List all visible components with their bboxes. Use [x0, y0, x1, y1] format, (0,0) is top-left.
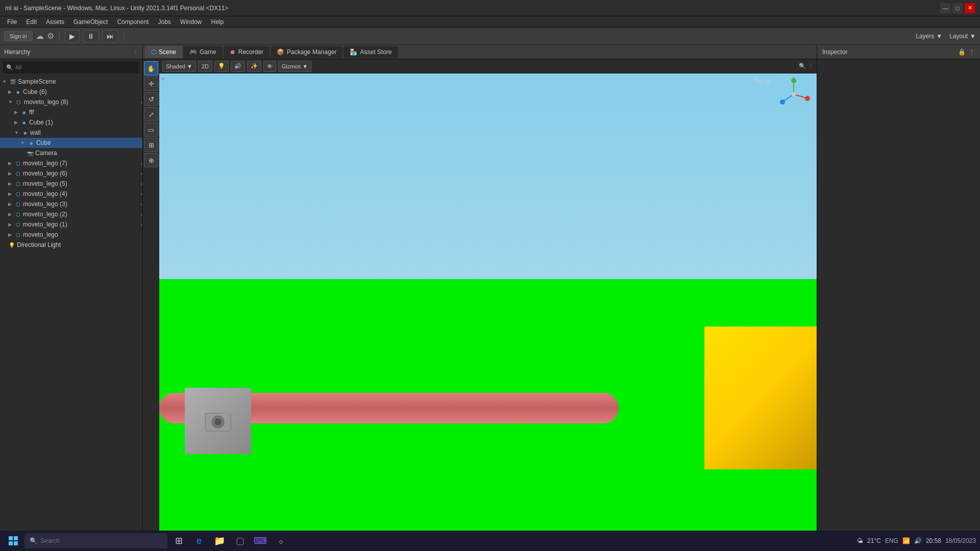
item-arrow-right[interactable]: ›	[141, 202, 142, 207]
layers-dropdown[interactable]: Layers ▼	[916, 33, 942, 40]
hierarchy-item-moveto6[interactable]: ▶ ⬡ moveto_lego (6) ›	[0, 168, 142, 179]
edge-button[interactable]: e	[190, 532, 208, 550]
svg-rect-20	[9, 536, 13, 540]
unity-taskbar-button[interactable]: ▢	[231, 532, 249, 550]
transform-tool-button[interactable]: ⊞	[144, 138, 158, 152]
hierarchy-item-moveto4[interactable]: ▶ ⬡ moveto_lego (4) ›	[0, 189, 142, 199]
expand-arrow: ▶	[14, 110, 18, 115]
hierarchy-item-moveto7[interactable]: ▶ ⬡ moveto_lego (7) ›	[0, 158, 142, 168]
hierarchy-item-moveto1[interactable]: ▶ ⬡ moveto_lego (1) ›	[0, 219, 142, 230]
hierarchy-item-cube-selected[interactable]: ▼ ■ Cube	[0, 138, 142, 148]
hand-tool-button[interactable]: ✋	[144, 61, 158, 76]
menu-help[interactable]: Help	[207, 17, 228, 27]
maximize-button[interactable]: □	[952, 3, 963, 13]
menu-file[interactable]: File	[3, 17, 21, 27]
menu-window[interactable]: Window	[176, 17, 206, 27]
hierarchy-item-directional-light[interactable]: 💡 Directional Light	[0, 240, 142, 250]
menu-component[interactable]: Component	[113, 17, 153, 27]
hier-item-label: fff	[29, 109, 34, 116]
hier-item-label: moveto_lego (6)	[23, 170, 67, 177]
tab-asset-store[interactable]: 🏪 Asset Store	[344, 46, 398, 58]
sign-in-button[interactable]: Sign in	[4, 31, 33, 41]
hierarchy-item-moveto5[interactable]: ▶ ⬡ moveto_lego (5) ›	[0, 179, 142, 189]
inspector-lock-icon[interactable]: 🔒	[958, 48, 966, 56]
hierarchy-item-moveto8[interactable]: ▼ ⬡ moveto_lego (8) ›	[0, 97, 142, 107]
hierarchy-search-input[interactable]	[15, 64, 136, 70]
close-button[interactable]: ✕	[965, 3, 975, 13]
cube-icon: ■	[20, 109, 28, 116]
scene-viewport[interactable]: ✋ ✛ ↺ ⤢ ▭ ⊞ ⊕ Shaded ▼ 2D 💡 🔊 ✨ 👁 Gizmos…	[143, 59, 817, 531]
view-2d-button[interactable]: 2D	[198, 61, 212, 72]
item-arrow-right[interactable]: ›	[141, 171, 142, 177]
draw-mode-button[interactable]: Shaded ▼	[162, 61, 196, 72]
inspector-options-icon[interactable]: ⋮	[969, 48, 975, 56]
hierarchy-options-icon[interactable]: ⋮	[133, 48, 138, 55]
scale-tool-button[interactable]: ⤢	[144, 107, 158, 121]
hierarchy-header: Hierarchy ⋮	[0, 45, 142, 59]
expand-arrow: ▼	[2, 79, 7, 84]
hierarchy-item-fff[interactable]: ▶ ■ fff	[0, 107, 142, 117]
cube-icon: ■	[28, 139, 35, 146]
inspector-title: Inspector	[822, 48, 847, 56]
explorer-button[interactable]: 📁	[210, 532, 229, 550]
tab-scene[interactable]: ⬡ Scene	[145, 46, 182, 58]
scene-options-icon[interactable]: ⋮	[808, 63, 814, 69]
taskbar-search[interactable]: 🔍	[24, 533, 167, 548]
fx-button[interactable]: ✨	[247, 61, 261, 72]
expand-arrow: ▶	[8, 232, 12, 237]
play-button[interactable]: ▶	[65, 30, 80, 42]
svg-point-10	[780, 99, 785, 105]
hierarchy-item-cube1[interactable]: ▶ ■ Cube (1)	[0, 117, 142, 128]
hierarchy-item-moveto2[interactable]: ▶ ⬡ moveto_lego (2) ›	[0, 209, 142, 219]
tab-game[interactable]: 🎮 Game	[183, 46, 223, 58]
hierarchy-item-cube6[interactable]: ▶ ■ Cube (6)	[0, 87, 142, 97]
task-view-button[interactable]: ⊞	[169, 532, 188, 550]
hierarchy-item-moveto3[interactable]: ▶ ⬡ moveto_lego (3) ›	[0, 199, 142, 209]
group-icon: ⬡	[14, 160, 21, 167]
item-arrow-right[interactable]: ›	[141, 222, 142, 228]
menu-assets[interactable]: Assets	[42, 17, 68, 27]
scene-vis-button[interactable]: 👁	[263, 61, 276, 72]
minimize-button[interactable]: —	[940, 3, 950, 13]
expand-arrow: ▶	[8, 171, 12, 176]
rect-tool-button[interactable]: ▭	[144, 122, 158, 137]
vs-button[interactable]: ⌨	[251, 532, 270, 550]
hierarchy-item-camera[interactable]: 📷 Camera	[0, 148, 142, 158]
item-arrow-right[interactable]: ›	[141, 181, 142, 187]
audio-button[interactable]: 🔊	[231, 61, 245, 72]
start-button[interactable]	[4, 532, 22, 550]
tab-package-manager[interactable]: 📦 Package Manager	[271, 46, 342, 58]
rotate-tool-button[interactable]: ↺	[144, 92, 158, 106]
tab-recorder[interactable]: ⏺ Recorder	[224, 46, 270, 58]
item-arrow-right[interactable]: ›	[141, 161, 142, 166]
hierarchy-title: Hierarchy	[4, 48, 30, 56]
rider-button[interactable]: ⬦	[272, 532, 290, 550]
cloud-icon[interactable]: ☁	[36, 31, 44, 41]
layout-dropdown[interactable]: Layout ▼	[949, 33, 976, 40]
expand-arrow: ▼	[8, 99, 13, 105]
menu-jobs[interactable]: Jobs	[154, 17, 175, 27]
pause-button[interactable]: ⏸	[83, 30, 99, 42]
menu-edit[interactable]: Edit	[22, 17, 41, 27]
hierarchy-item-samplescene[interactable]: ▼ 🎬 SampleScene	[0, 77, 142, 87]
taskbar-search-input[interactable]	[40, 537, 162, 544]
hierarchy-item-wall[interactable]: ▼ ■ wall	[0, 128, 142, 138]
svg-rect-21	[14, 536, 18, 540]
hierarchy-search: 🔍	[3, 61, 139, 73]
gizmos-button[interactable]: Gizmos ▼	[278, 61, 311, 72]
menu-gameobject[interactable]: GameObject	[69, 17, 112, 27]
hierarchy-item-moveto[interactable]: ▶ ⬡ moveto_lego	[0, 230, 142, 240]
search-icon-scene: 🔍	[799, 63, 806, 69]
step-button[interactable]: ⏭	[102, 30, 118, 42]
edge-icon: e	[197, 536, 202, 546]
item-arrow-right[interactable]: ›	[141, 99, 142, 105]
move-tool-button[interactable]: ✛	[144, 77, 158, 91]
lighting-button[interactable]: 💡	[214, 61, 229, 72]
item-arrow-right[interactable]: ›	[141, 212, 142, 217]
svg-text:Y: Y	[792, 77, 795, 80]
item-arrow-right[interactable]: ›	[141, 191, 142, 197]
scene-gizmo[interactable]: Y	[776, 77, 812, 112]
explorer-icon: 📁	[214, 535, 225, 546]
settings-icon[interactable]: ⚙	[47, 31, 54, 41]
custom-tool-button[interactable]: ⊕	[144, 153, 158, 167]
